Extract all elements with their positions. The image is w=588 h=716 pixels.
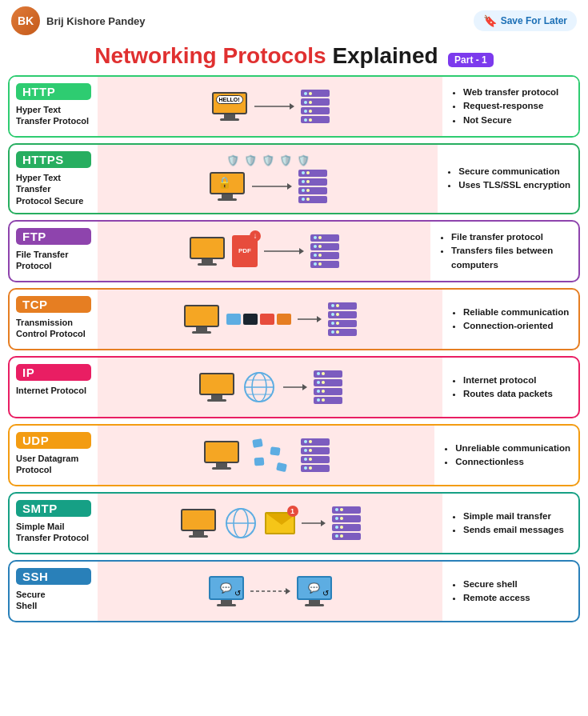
svg-marker-1 [290,103,294,110]
protocol-point: Reliable communication [463,306,569,319]
protocol-illustration-tcp [98,290,442,349]
protocol-badge-ip: IP [16,364,91,381]
protocol-points-ftp: File transfer protocolTransfers files be… [430,222,578,281]
protocol-card-udp: UDP User DatagramProtocol [8,424,580,486]
save-button[interactable]: 🔖 Save For Later [474,10,577,31]
protocol-name-tcp: TransmissionControl Protocol [16,317,91,340]
protocol-points-ip: Internet protocolRoutes data packets [442,358,578,417]
protocol-card-ssh: SSH SecureShell 💬 ↺ 💬 ↺ [8,560,580,622]
protocol-name-udp: User DatagramProtocol [16,453,91,476]
protocol-point: Connection-oriented [463,319,569,333]
protocol-card-tcp: TCP TransmissionControl Protocol [8,288,580,350]
protocol-point: Routes data packets [463,387,553,401]
protocol-card-ip: IP Internet Protocol [8,356,580,418]
protocol-left-http: HTTP Hyper TextTransfer Protocol [10,77,98,136]
svg-marker-19 [321,520,326,526]
protocol-left-ip: IP Internet Protocol [10,358,98,417]
protocol-left-smtp: SMTP Simple MailTransfer Protocol [10,494,98,553]
protocol-name-http: Hyper TextTransfer Protocol [16,104,91,127]
protocol-illustration-ip [98,358,442,417]
protocol-badge-http: HTTP [16,83,91,100]
protocol-illustration-udp [98,426,434,485]
protocol-name-smtp: Simple MailTransfer Protocol [16,521,91,544]
protocol-left-ftp: FTP File TransferProtocol [10,222,98,281]
avatar: BK [11,6,40,35]
protocol-points-ssh: Secure shellRemote access [442,562,578,621]
protocol-point: Simple mail transfer [463,510,564,523]
part-badge: Part - 1 [448,53,494,67]
protocol-left-udp: UDP User DatagramProtocol [10,426,98,485]
svg-marker-3 [287,183,292,190]
protocol-card-smtp: SMTP Simple MailTransfer Protocol [8,492,580,554]
protocol-points-https: Secure communicationUses TLS/SSL encrypt… [438,145,578,213]
protocol-left-tcp: TCP TransmissionControl Protocol [10,290,98,349]
protocol-point: Web transfer protocol [463,86,558,99]
protocol-name-ip: Internet Protocol [16,385,91,396]
protocols-container: HTTP Hyper TextTransfer Protocol HELLO! [0,72,588,629]
page-title-area: Networking Protocols Explained Part - 1 [0,38,588,72]
protocol-name-https: Hyper Text TransferProtocol Secure [16,172,91,206]
protocol-point: Uses TLS/SSL encryption [458,178,570,192]
protocol-points-tcp: Reliable communicationConnection-oriente… [442,290,578,349]
protocol-point: Not Secure [463,114,558,127]
bookmark-icon: 🔖 [483,14,497,27]
svg-marker-14 [302,384,307,390]
protocol-illustration-smtp: 1 [98,494,442,553]
svg-marker-21 [286,588,290,594]
protocol-badge-tcp: TCP [16,296,91,313]
protocol-illustration-ftp: PDF ↓ [98,222,430,281]
protocol-point: Unreliable communication [455,442,570,455]
protocol-name-ftp: File TransferProtocol [16,249,91,272]
protocol-name-ssh: SecureShell [16,589,91,612]
protocol-illustration-https: 🛡️🛡️🛡️🛡️🛡️ 🔒 [98,145,438,213]
protocol-badge-ssh: SSH [16,568,91,585]
protocol-points-udp: Unreliable communicationConnectionless [434,426,578,485]
save-label: Save For Later [501,15,567,26]
protocol-point: Transfers files between computers [451,244,570,272]
page-title-black: Explained [332,43,438,68]
protocol-left-ssh: SSH SecureShell [10,562,98,621]
protocol-point: Internet protocol [463,374,553,387]
protocol-point: Remote access [463,591,530,605]
protocol-badge-udp: UDP [16,432,91,449]
author-area: BK Brij Kishore Pandey [11,6,146,35]
protocol-illustration-ssh: 💬 ↺ 💬 ↺ [98,562,442,621]
svg-marker-7 [317,316,322,322]
protocol-badge-https: HTTPS [16,151,91,168]
author-name: Brij Kishore Pandey [46,15,146,27]
protocol-points-smtp: Simple mail transferSends email messages [442,494,578,553]
protocol-badge-smtp: SMTP [16,500,91,517]
protocol-point: Request-response [463,99,558,113]
protocol-illustration-http: HELLO! [98,77,442,136]
protocol-card-https: HTTPS Hyper Text TransferProtocol Secure… [8,143,580,214]
protocol-point: Secure shell [463,578,530,591]
svg-marker-5 [299,248,304,254]
protocol-point: File transfer protocol [451,230,570,244]
protocol-badge-ftp: FTP [16,228,91,245]
protocol-card-http: HTTP Hyper TextTransfer Protocol HELLO! [8,75,580,138]
protocol-point: Sends email messages [463,523,564,537]
protocol-point: Secure communication [458,165,570,178]
protocol-points-http: Web transfer protocolRequest-responseNot… [442,77,578,136]
header: BK Brij Kishore Pandey 🔖 Save For Later [0,0,588,38]
protocol-left-https: HTTPS Hyper Text TransferProtocol Secure [10,145,98,213]
page-title-red: Networking Protocols [94,43,332,68]
protocol-point: Connectionless [455,455,570,469]
protocol-card-ftp: FTP File TransferProtocol PDF ↓ [8,220,580,282]
